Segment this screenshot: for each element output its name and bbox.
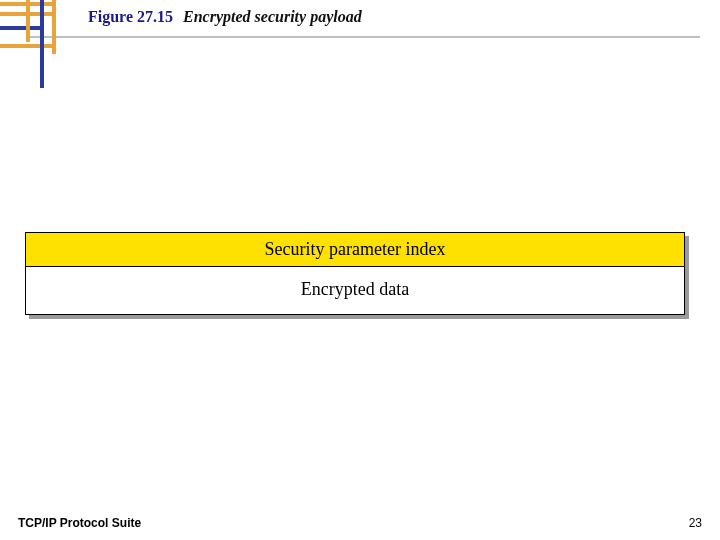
diagram-box: Security parameter index Encrypted data bbox=[25, 232, 685, 315]
header-rule bbox=[30, 36, 700, 38]
payload-diagram: Security parameter index Encrypted data bbox=[25, 232, 685, 315]
decor-stripe bbox=[52, 0, 56, 54]
decor-stripe bbox=[0, 26, 40, 30]
decor-stripe bbox=[40, 0, 44, 88]
page-number: 23 bbox=[689, 516, 702, 530]
corner-decoration bbox=[0, 0, 70, 90]
figure-title: Encrypted security payload bbox=[183, 8, 362, 26]
spi-row: Security parameter index bbox=[25, 232, 685, 267]
decor-stripe bbox=[0, 44, 54, 48]
figure-header: Figure 27.15 Encrypted security payload bbox=[88, 8, 700, 26]
encrypted-data-row: Encrypted data bbox=[25, 267, 685, 315]
figure-number: Figure 27.15 bbox=[88, 8, 173, 26]
slide-footer: TCP/IP Protocol Suite 23 bbox=[18, 516, 702, 530]
decor-stripe bbox=[26, 0, 30, 42]
footer-text: TCP/IP Protocol Suite bbox=[18, 516, 141, 530]
